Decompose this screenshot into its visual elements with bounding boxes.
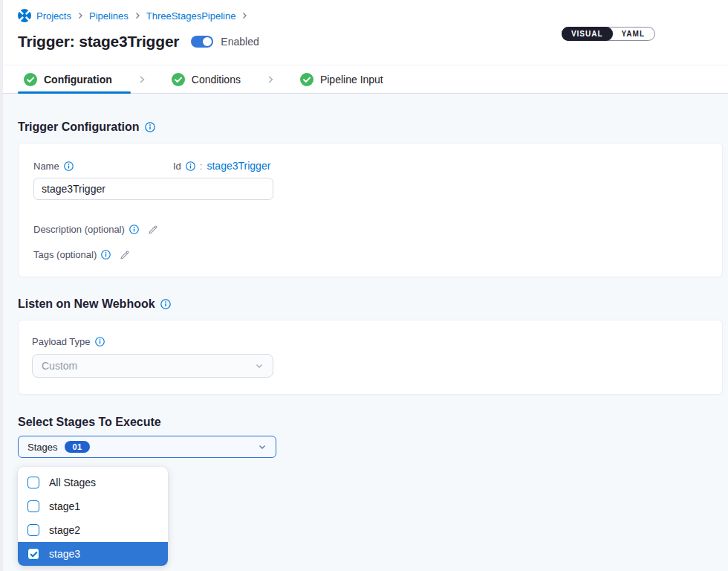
trigger-id-row: Id : stage3Trigger xyxy=(173,160,270,172)
success-check-icon xyxy=(300,73,313,86)
checkbox-icon[interactable] xyxy=(27,548,39,560)
tab-configuration[interactable]: Configuration xyxy=(24,73,112,86)
breadcrumb: Projects Pipelines ThreeStagesPipeline xyxy=(18,9,713,22)
stage-option-all-stages[interactable]: All Stages xyxy=(18,471,168,494)
enabled-toggle[interactable] xyxy=(191,36,213,48)
description-label: Description (optional) xyxy=(33,224,139,235)
page-header: Projects Pipelines ThreeStagesPipeline T… xyxy=(3,0,728,65)
breadcrumb-link-pipelines[interactable]: Pipelines xyxy=(89,10,129,22)
chevron-right-icon xyxy=(134,12,141,19)
main-content: Trigger Configuration Name Id : stage3Tr… xyxy=(3,120,728,458)
success-check-icon xyxy=(172,73,185,86)
checkbox-icon[interactable] xyxy=(27,500,39,512)
info-icon[interactable] xyxy=(101,250,111,259)
trigger-configuration-heading: Trigger Configuration xyxy=(18,120,723,134)
stages-select-label: Stages xyxy=(27,442,57,453)
tab-label: Pipeline Input xyxy=(320,74,383,86)
trigger-id-value[interactable]: stage3Trigger xyxy=(207,160,270,172)
stages-dropdown-panel: All Stages stage1 stage2 stage3 xyxy=(18,467,168,566)
info-icon[interactable] xyxy=(145,122,155,132)
stages-count-badge: 01 xyxy=(65,441,89,453)
payload-type-label: Payload Type xyxy=(32,336,105,347)
info-icon[interactable] xyxy=(160,299,171,309)
name-field-label: Name xyxy=(33,161,173,172)
enabled-toggle-label: Enabled xyxy=(221,36,259,48)
stages-multiselect[interactable]: Stages 01 xyxy=(18,436,276,458)
trigger-configuration-card: Name Id : stage3Trigger Description (opt… xyxy=(18,143,723,277)
page-title: Trigger: stage3Trigger xyxy=(18,33,179,51)
visual-yaml-switch: VISUAL YAML xyxy=(562,27,655,41)
webhook-heading: Listen on New Webhook xyxy=(18,297,723,311)
active-tab-underline xyxy=(18,91,131,94)
stage-option-label: stage1 xyxy=(49,500,80,512)
chevron-down-icon xyxy=(255,361,264,370)
tab-label: Conditions xyxy=(192,74,241,86)
chevron-right-icon xyxy=(137,75,146,84)
tags-label: Tags (optional) xyxy=(33,249,111,260)
stage-option-label: stage3 xyxy=(49,548,80,560)
name-input[interactable] xyxy=(33,178,273,200)
id-separator: : xyxy=(200,161,203,172)
info-icon[interactable] xyxy=(64,161,74,171)
edit-tags-icon[interactable] xyxy=(120,250,130,260)
tab-conditions[interactable]: Conditions xyxy=(172,73,241,86)
info-icon[interactable] xyxy=(129,225,139,234)
harness-project-icon xyxy=(18,9,31,22)
yaml-toggle-button[interactable]: YAML xyxy=(612,28,654,40)
stage-option-stage2[interactable]: stage2 xyxy=(18,518,168,542)
checkbox-icon[interactable] xyxy=(27,477,39,488)
select-stages-heading: Select Stages To Execute xyxy=(18,416,723,429)
breadcrumb-link-projects[interactable]: Projects xyxy=(36,10,71,22)
stage-option-stage1[interactable]: stage1 xyxy=(18,494,168,518)
breadcrumb-link-pipeline-name[interactable]: ThreeStagesPipeline xyxy=(146,10,236,22)
checkbox-icon[interactable] xyxy=(27,524,39,536)
tab-label: Configuration xyxy=(44,74,112,86)
info-icon[interactable] xyxy=(186,161,195,171)
stage-option-label: All Stages xyxy=(49,477,96,488)
stage-option-stage3[interactable]: stage3 xyxy=(18,542,168,566)
success-check-icon xyxy=(24,73,37,86)
info-icon[interactable] xyxy=(95,337,105,346)
webhook-card: Payload Type Custom xyxy=(18,320,723,395)
chevron-right-icon xyxy=(241,12,248,19)
tab-pipeline-input[interactable]: Pipeline Input xyxy=(300,73,383,86)
chevron-down-icon xyxy=(258,442,267,451)
stage-option-label: stage2 xyxy=(49,524,80,536)
payload-type-select[interactable]: Custom xyxy=(32,354,273,378)
wizard-tabbar: Configuration Conditions Pipeline Input xyxy=(3,65,728,94)
visual-toggle-button[interactable]: VISUAL xyxy=(562,27,613,41)
id-label: Id xyxy=(173,161,181,172)
chevron-right-icon xyxy=(77,12,84,19)
chevron-right-icon xyxy=(266,75,275,84)
edit-description-icon[interactable] xyxy=(148,225,158,235)
